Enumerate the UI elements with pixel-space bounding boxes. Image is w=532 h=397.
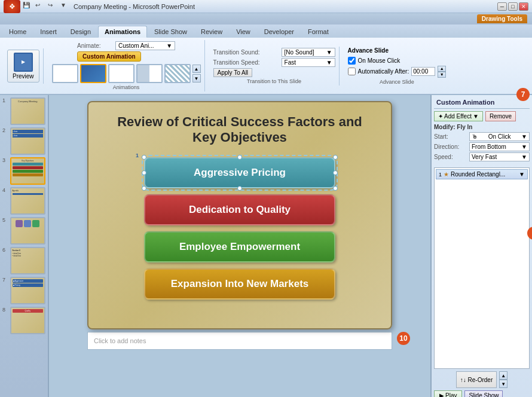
reorder-down[interactable]: ▼: [499, 380, 507, 388]
slide-panel-item-6: 6 Section 6 • detail line • detail line: [2, 247, 45, 274]
transition-sound-dropdown[interactable]: [No Sound] ▼: [282, 48, 335, 57]
auto-after-input[interactable]: [411, 67, 435, 76]
title-bar: ❖ 💾 ↩ ↪ ▼ Company Meeting - Microsoft Po…: [0, 0, 532, 13]
slide-thumbnail-2[interactable]: ▪ Item ▪ Item: [10, 127, 45, 155]
slide-panel-item-3: 3 Key Objectives: [2, 157, 45, 185]
main-area: 1 Company Meeting 2 ▪ Item ▪ Item 3 Key …: [0, 95, 532, 397]
slide-thumbnail-3[interactable]: Key Objectives: [10, 157, 45, 185]
speed-dropdown[interactable]: Very Fast ▼: [469, 152, 530, 161]
after-decrement[interactable]: ▼: [438, 72, 446, 78]
transition-thumb-4[interactable]: [136, 64, 163, 83]
transition-thumb-3[interactable]: [108, 64, 134, 83]
slide-item-expansion[interactable]: Expansion Into New Markets: [144, 268, 335, 300]
custom-animation-button[interactable]: Custom Animation: [77, 51, 141, 62]
handle-mr[interactable]: [333, 170, 338, 175]
drawing-tools-tab[interactable]: Drawing Tools: [477, 14, 527, 23]
slide-panel-item-7: 7 ▶ Aggressive ▶ Pricing: [2, 277, 45, 304]
tab-developer[interactable]: Developer: [258, 26, 301, 38]
redo-button[interactable]: ↪: [48, 2, 59, 11]
handle-tr[interactable]: [333, 155, 338, 160]
slide-item-aggressive-pricing[interactable]: Aggressive Pricing: [144, 157, 335, 188]
transition-thumbnails: ▲ ▼: [52, 64, 201, 83]
add-effect-button[interactable]: ✦ Add Effect ▼: [434, 111, 483, 121]
animate-dropdown[interactable]: Custom Ani... ▼: [115, 41, 175, 50]
custom-animation-title: Custom Animation: [434, 97, 530, 109]
on-mouse-click-label: On Mouse Click: [358, 57, 400, 64]
ribbon-tabs: Home Insert Design Animations Slide Show…: [0, 25, 532, 38]
direction-label: Direction:: [434, 143, 467, 150]
advance-slide-label: Advance Slide: [348, 47, 447, 54]
notes-area[interactable]: Click to add notes: [87, 332, 392, 350]
workspace: Review of Critical Success Factors and K…: [49, 95, 430, 397]
tab-format[interactable]: Format: [301, 26, 335, 38]
slide-thumbnail-7[interactable]: ▶ Aggressive ▶ Pricing: [10, 277, 45, 304]
office-button[interactable]: ❖: [4, 0, 20, 13]
after-increment[interactable]: ▲: [438, 66, 446, 72]
anim-list-item-1[interactable]: 1 ★ Rounded Rectangl... ▼: [436, 169, 528, 179]
handle-ml[interactable]: [142, 170, 146, 175]
handle-bm[interactable]: [237, 186, 242, 191]
preview-label: Preview: [13, 73, 34, 80]
apply-to-all-button[interactable]: Apply To All: [213, 68, 253, 77]
minimize-button[interactable]: ─: [497, 2, 507, 11]
transition-thumb-5[interactable]: [164, 64, 191, 83]
slide-item-employee[interactable]: Employee Empowerment: [144, 231, 335, 262]
on-mouse-click-checkbox[interactable]: [348, 57, 356, 65]
slide-main[interactable]: Review of Critical Success Factors and K…: [87, 101, 392, 329]
play-button[interactable]: ▶ Play: [434, 390, 462, 397]
slide-thumbnail-1[interactable]: Company Meeting: [10, 97, 45, 125]
slide-item-dedication[interactable]: Dedication to Quality: [144, 194, 335, 225]
auto-after-label: Automatically After:: [358, 68, 409, 75]
handle-tm[interactable]: [237, 155, 242, 160]
ribbon-group-preview: ▶ Preview: [4, 48, 44, 84]
transition-scroll-up[interactable]: ▲: [192, 65, 201, 73]
maximize-button[interactable]: □: [508, 2, 518, 11]
animations-group-label: Animations: [113, 84, 140, 90]
tab-slideshow[interactable]: Slide Show: [148, 26, 194, 38]
preview-button[interactable]: ▶ Preview: [7, 50, 39, 83]
reorder-button[interactable]: ↑↓ Re-Order: [456, 371, 497, 388]
save-button[interactable]: 💾: [23, 2, 33, 11]
close-button[interactable]: ✕: [519, 2, 528, 11]
preview-icon: ▶: [14, 53, 33, 72]
transition-scroll-down[interactable]: ▼: [192, 74, 201, 83]
handle-br[interactable]: [333, 186, 338, 191]
callout-7: 7: [516, 88, 530, 101]
transition-thumb-1[interactable]: [52, 64, 78, 83]
window-controls: ─ □ ✕: [497, 2, 528, 11]
slide-panel-item-5: 5: [2, 217, 45, 245]
slide-thumbnail-6[interactable]: Section 6 • detail line • detail line: [10, 247, 45, 274]
slide-thumbnail-5[interactable]: [10, 217, 45, 245]
ribbon-content: ▶ Preview Animate: Custom Ani... ▼ Custo…: [0, 38, 532, 94]
slide-thumbnail-8[interactable]: Quality: [10, 307, 45, 334]
ribbon: Home Insert Design Animations Slide Show…: [0, 25, 532, 95]
slide-panel: 1 Company Meeting 2 ▪ Item ▪ Item 3 Key …: [0, 95, 49, 397]
modify-section: Modify: Fly In Start: 🖱 On Click ▼ Direc…: [434, 124, 530, 163]
transition-speed-dropdown[interactable]: Fast ▼: [282, 58, 335, 67]
slide-title: Review of Critical Success Factors and K…: [117, 114, 362, 145]
reorder-up[interactable]: ▲: [499, 371, 507, 380]
remove-button[interactable]: Remove: [485, 111, 516, 121]
tab-insert[interactable]: Insert: [33, 26, 63, 38]
play-icon: ▶: [439, 392, 444, 397]
slide-panel-item-2: 2 ▪ Item ▪ Item: [2, 127, 45, 155]
tab-review[interactable]: Review: [194, 26, 229, 38]
advance-group-label: Advance Slide: [380, 79, 414, 85]
advance-settings: Advance Slide On Mouse Click Automatical…: [348, 47, 447, 78]
slideshow-button[interactable]: Slide Show: [464, 390, 503, 397]
tab-design[interactable]: Design: [64, 26, 97, 38]
dropdown-button[interactable]: ▼: [60, 2, 71, 11]
start-dropdown[interactable]: 🖱 On Click ▼: [469, 132, 530, 141]
tab-home[interactable]: Home: [2, 26, 33, 38]
direction-dropdown[interactable]: From Bottom ▼: [469, 142, 530, 151]
tab-animations[interactable]: Animations: [98, 26, 147, 38]
slide-thumbnail-4[interactable]: Agenda: [10, 187, 45, 215]
transition-thumb-2[interactable]: [80, 64, 106, 83]
ribbon-group-transition: Transition Sound: [No Sound] ▼ Transitio…: [210, 47, 340, 85]
auto-after-checkbox[interactable]: [348, 68, 356, 75]
tab-view[interactable]: View: [230, 26, 257, 38]
handle-tl[interactable]: [142, 155, 146, 160]
handle-bl[interactable]: [142, 186, 146, 191]
undo-button[interactable]: ↩: [35, 2, 46, 11]
transition-settings: Transition Sound: [No Sound] ▼ Transitio…: [213, 48, 335, 77]
